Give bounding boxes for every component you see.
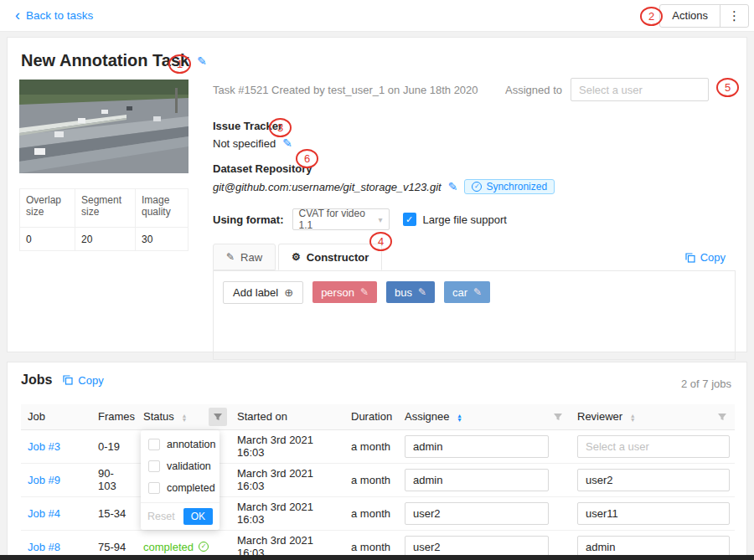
label-chip-person[interactable]: person ✎ [312,281,377,303]
jobs-card: Jobs Copy 2 of 7 jobs Job Frames Status [7,362,747,560]
jobs-header: Jobs Copy [21,372,104,388]
edit-label-icon[interactable]: ✎ [360,286,369,298]
job-assignee-input[interactable] [405,469,549,491]
status-filter-dropdown: annotation validation completed Reset OK [141,430,219,530]
using-format-label: Using format: [213,213,284,226]
jobs-title: Jobs [21,372,52,388]
label-chip-car[interactable]: car ✎ [444,281,490,303]
annotation-circle-1: 1 [168,54,191,74]
param-header-segment: Segment size [75,189,135,228]
checkbox-validation[interactable] [148,460,160,472]
job-started: March 3rd 2021 16:03 [230,496,344,530]
job-duration: a month [344,496,398,530]
label-chip-bus[interactable]: bus ✎ [386,281,435,303]
check-circle-icon: ✓ [199,542,209,552]
param-value-overlap: 0 [20,228,75,251]
edit-title-icon[interactable]: ✎ [197,54,207,68]
job-frames: 0-19 [91,429,137,463]
back-to-tasks-link[interactable]: ‹ Back to tasks [15,9,93,23]
format-select[interactable]: CVAT for video 1.1 ▾ [292,208,390,230]
copy-icon [63,375,73,385]
annotation-circle-4: 4 [369,232,392,251]
job-frames: 90-103 [91,463,137,496]
format-select-value: CVAT for video 1.1 [299,208,379,231]
copy-labels-label: Copy [700,251,726,264]
checkbox-annotation[interactable] [148,439,160,450]
filter-option-completed[interactable]: completed [141,477,219,499]
col-job: Job [21,404,91,429]
reviewer-sort-button[interactable]: ▲▼ [630,414,636,422]
assignee-filter-icon[interactable] [549,408,567,426]
actions-button[interactable]: Actions ⋮ [659,4,749,28]
tab-raw[interactable]: ✎ Raw [213,244,276,270]
job-started: March 3rd 2021 16:03 [230,429,344,463]
jobs-table-header-row: Job Frames Status ▲▼ Started on Duration… [21,404,735,429]
task-details-card: New Annotation Task ✎ Overlap size [7,37,747,352]
col-assignee-label: Assignee [405,410,449,423]
job-status: completed ✓ [143,541,209,553]
job-reviewer-input[interactable] [577,502,730,525]
assignee-input[interactable] [571,78,709,101]
annotation-circle-2: 2 [640,7,663,26]
filter-ok-button[interactable]: OK [183,508,213,525]
col-reviewer-label: Reviewer [577,410,622,423]
plus-circle-icon: ⊕ [284,286,293,299]
job-started: March 3rd 2021 16:03 [230,463,344,496]
checkbox-completed[interactable] [148,482,160,494]
edit-label-icon[interactable]: ✎ [418,286,426,298]
job-assignee-input[interactable] [405,502,549,525]
add-label-button[interactable]: Add label ⊕ [223,281,303,304]
assignee-sort-button[interactable]: ▲▼ [457,414,462,422]
repository-url: git@github.com:username/git_storage_v123… [213,181,442,193]
tab-raw-label: Raw [240,251,262,264]
tab-constructor[interactable]: ⚙ Constructor [278,244,382,270]
kebab-menu-icon[interactable]: ⋮ [720,8,748,23]
reviewer-filter-icon[interactable] [713,408,731,426]
job-frames: 15-34 [91,496,137,530]
bottom-bar [0,555,754,560]
param-header-quality: Image quality [135,189,188,228]
col-status-label: Status [143,410,174,423]
task-params-table: Overlap size Segment size Image quality … [19,188,188,251]
filter-option-label: annotation [167,439,215,450]
job-link[interactable]: Job #8 [28,541,60,553]
copy-jobs-button[interactable]: Copy [63,374,103,387]
copy-jobs-label: Copy [78,374,103,387]
large-file-support-checkbox[interactable]: ✓ [403,213,416,226]
filter-option-label: completed [167,482,215,494]
filter-option-validation[interactable]: validation [141,455,219,477]
annotation-circle-3: 3 [269,118,292,137]
edit-label-icon[interactable]: ✎ [473,286,482,298]
filter-option-annotation[interactable]: annotation [141,434,219,455]
chevron-down-icon: ▾ [378,215,382,224]
cvat-task-page: ‹ Back to tasks Actions ⋮ New Annotation… [0,0,754,560]
edit-issue-tracker-icon[interactable]: ✎ [282,136,292,150]
large-file-support-group: ✓ Large file support [403,213,507,226]
issue-tracker-block: Issue Tracker Not specified ✎ [213,120,736,150]
job-link[interactable]: Job #3 [28,440,60,453]
pencil-icon: ✎ [226,251,235,263]
col-duration: Duration [344,404,398,429]
status-sort-button[interactable]: ▲▼ [181,414,187,422]
job-assignee-input[interactable] [405,435,549,458]
edit-repository-icon[interactable]: ✎ [448,180,458,193]
job-reviewer-input[interactable] [577,435,730,458]
back-label: Back to tasks [26,9,93,22]
job-link[interactable]: Job #4 [28,507,60,520]
job-duration: a month [344,429,398,463]
jobs-count: 2 of 7 jobs [681,378,731,390]
back-chevron-icon: ‹ [15,8,20,23]
param-value-segment: 20 [75,228,135,251]
job-reviewer-input[interactable] [577,469,730,491]
sync-check-icon: ✓ [472,182,482,192]
param-header-overlap: Overlap size [20,189,75,228]
assigned-to-label: Assigned to [505,84,562,96]
copy-labels-button[interactable]: Copy [685,251,726,264]
filter-reset-button[interactable]: Reset [147,511,175,522]
task-title: New Annotation Task [21,51,189,70]
filter-option-label: validation [167,460,211,472]
task-info-column: Task #1521 Created by test_user_1 on Jun… [213,78,736,360]
param-value-quality: 30 [135,228,188,251]
status-filter-icon[interactable] [209,408,227,426]
job-link[interactable]: Job #9 [28,474,60,486]
